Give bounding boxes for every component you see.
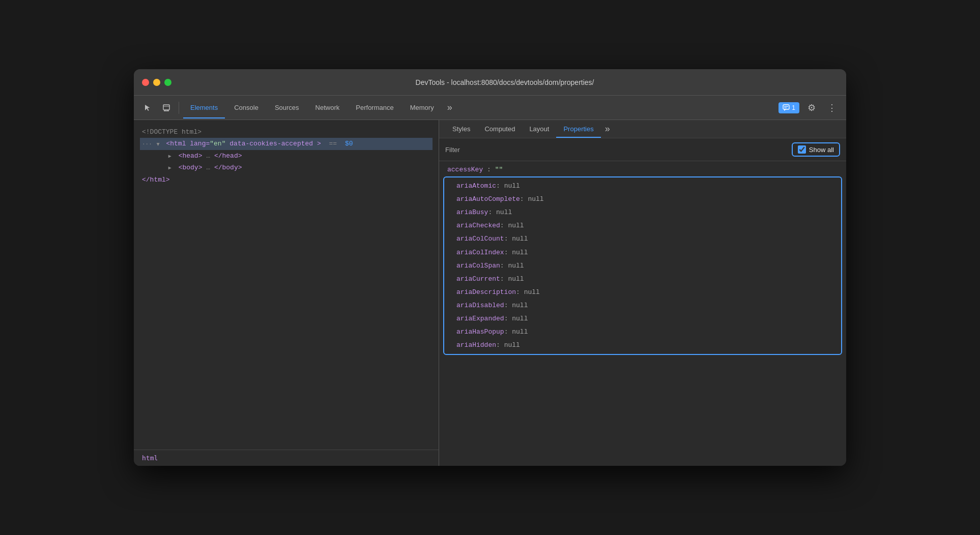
body-element-line[interactable]: <body> … </body> <box>142 162 430 173</box>
body-expand-triangle[interactable] <box>168 162 175 173</box>
inspect-icon-button[interactable] <box>158 100 175 116</box>
toolbar: Elements Console Sources Network Perform… <box>134 96 846 120</box>
tab-layout[interactable]: Layout <box>522 120 556 138</box>
filter-label: Filter <box>445 146 792 154</box>
props-more-tabs-button[interactable]: » <box>601 122 614 136</box>
property-item: ariaExpanded: null <box>448 312 837 325</box>
property-item: ariaDescription: null <box>448 286 837 299</box>
devtools-window: DevTools - localhost:8080/docs/devtools/… <box>134 69 846 466</box>
breadcrumb-text: html <box>142 454 158 462</box>
tab-computed[interactable]: Computed <box>477 120 522 138</box>
property-item: ariaColIndex: null <box>448 246 837 259</box>
dom-tree: <!DOCTYPE html> ··· <html lang="en" data… <box>134 120 439 450</box>
property-item: ariaCurrent: null <box>448 273 837 286</box>
tab-properties[interactable]: Properties <box>556 120 600 138</box>
settings-icon-button[interactable]: ⚙ <box>803 100 820 116</box>
property-item: ariaHidden: null <box>448 339 837 352</box>
more-menu-button[interactable]: ⋮ <box>824 100 840 116</box>
settings-icon: ⚙ <box>808 102 816 113</box>
tab-console[interactable]: Console <box>227 101 266 114</box>
tab-elements[interactable]: Elements <box>183 101 225 114</box>
doctype-text: <!DOCTYPE html> <box>142 128 201 136</box>
props-list: ariaAtomic: nullariaAutoComplete: nullar… <box>448 180 837 352</box>
property-item: ariaHasPopup: null <box>448 325 837 339</box>
chat-icon <box>783 104 790 111</box>
property-item: ariaChecked: null <box>448 219 837 232</box>
window-title: DevTools - localhost:8080/docs/devtools/… <box>171 78 838 86</box>
properties-panel: Styles Computed Layout Properties » Filt… <box>439 120 846 466</box>
main-content: <!DOCTYPE html> ··· <html lang="en" data… <box>134 120 846 466</box>
maximize-button[interactable] <box>164 79 171 86</box>
show-all-label: Show all <box>809 146 834 154</box>
head-expand-triangle[interactable] <box>168 150 175 162</box>
html-element-line[interactable]: ··· <html lang="en" data-cookies-accepte… <box>140 138 433 150</box>
toolbar-right: 1 ⚙ ⋮ <box>779 100 840 116</box>
property-item: ariaAutoComplete: null <box>448 193 837 206</box>
cursor-icon-button[interactable] <box>140 100 156 116</box>
doctype-line: <!DOCTYPE html> <box>142 126 430 138</box>
aria-properties-section: ariaAtomic: nullariaAutoComplete: nullar… <box>443 176 842 355</box>
properties-tabs: Styles Computed Layout Properties » <box>439 120 846 138</box>
property-item: ariaColSpan: null <box>448 259 837 273</box>
close-button[interactable] <box>142 79 149 86</box>
show-all-container: Show all <box>792 142 840 157</box>
property-item: ariaAtomic: null <box>448 180 837 193</box>
html-close-line: </html> <box>142 174 430 186</box>
html-expand-triangle[interactable] <box>156 138 162 150</box>
more-menu-icon: ⋮ <box>827 102 837 113</box>
head-element-line[interactable]: <head> … </head> <box>142 150 430 162</box>
html-lang-attr: lang= <box>190 140 210 147</box>
tab-sources[interactable]: Sources <box>268 101 306 114</box>
tab-network[interactable]: Network <box>308 101 347 114</box>
svg-rect-0 <box>163 105 169 110</box>
inspect-icon <box>162 104 170 112</box>
svg-rect-5 <box>783 105 789 109</box>
tab-styles[interactable]: Styles <box>445 120 477 138</box>
cursor-icon <box>144 104 152 112</box>
html-open-tag: <html <box>166 140 190 147</box>
messages-count: 1 <box>792 104 795 111</box>
dom-breadcrumb: html <box>134 450 439 466</box>
traffic-lights <box>142 79 171 86</box>
minimize-button[interactable] <box>153 79 160 86</box>
property-item: ariaDisabled: null <box>448 299 837 312</box>
accesskey-property: accessKey : "" <box>439 163 846 176</box>
property-item: ariaColCount: null <box>448 232 837 246</box>
dom-panel: <!DOCTYPE html> ··· <html lang="en" data… <box>134 120 439 466</box>
messages-badge-button[interactable]: 1 <box>779 102 799 113</box>
properties-content: accessKey : "" ariaAtomic: nullariaAutoC… <box>439 161 846 466</box>
filter-bar: Filter Show all <box>439 138 846 161</box>
tab-performance[interactable]: Performance <box>349 101 400 114</box>
titlebar: DevTools - localhost:8080/docs/devtools/… <box>134 69 846 96</box>
toolbar-divider <box>179 102 179 114</box>
toolbar-more-tabs-button[interactable]: » <box>443 100 456 115</box>
property-item: ariaBusy: null <box>448 206 837 219</box>
show-all-checkbox[interactable] <box>798 145 806 154</box>
tab-memory[interactable]: Memory <box>403 101 441 114</box>
